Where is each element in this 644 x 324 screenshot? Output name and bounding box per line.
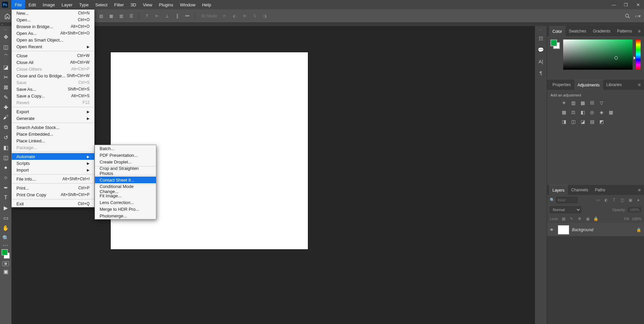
opacity-value[interactable]: 100% <box>628 207 641 212</box>
crop-tool[interactable]: ✂ <box>1 72 10 82</box>
hue-slider[interactable] <box>636 40 641 70</box>
hue-slider-thumb[interactable] <box>634 56 636 60</box>
search-icon[interactable] <box>624 12 631 20</box>
file-menu-item[interactable]: Automate▶ <box>12 153 94 160</box>
menu-image[interactable]: Image <box>39 0 58 9</box>
menu-filter[interactable]: Filter <box>111 0 127 9</box>
file-menu-item[interactable]: ExitCtrl+Q <box>12 200 94 207</box>
type-tool[interactable]: T <box>1 193 10 202</box>
threshold-icon[interactable]: ◪ <box>579 119 586 125</box>
file-menu-item[interactable]: Open Recent▶ <box>12 43 94 50</box>
bw-icon[interactable]: ◧ <box>579 109 586 115</box>
menu-view[interactable]: View <box>140 0 156 9</box>
healing-tool[interactable]: ✚ <box>1 103 10 112</box>
lock-artboard-icon[interactable]: ▣ <box>585 216 591 222</box>
properties-tab[interactable]: Adjustments <box>574 80 603 90</box>
gradient-map-icon[interactable]: ▤ <box>589 119 595 125</box>
color-lookup-icon[interactable]: ▦ <box>607 109 614 115</box>
hand-tool[interactable]: ✋ <box>1 223 10 233</box>
hue-sat-icon[interactable]: ▦ <box>560 109 567 115</box>
file-menu-item[interactable]: Open As...Alt+Shift+Ctrl+O <box>12 30 94 37</box>
file-menu-item[interactable]: Search Adobe Stock... <box>12 124 94 131</box>
menu-help[interactable]: Help <box>199 0 215 9</box>
lasso-tool[interactable]: ⌒ <box>1 52 10 62</box>
brush-tool[interactable]: 🖌 <box>1 113 10 122</box>
workspace-switcher-icon[interactable]: ▭▾ <box>634 12 641 20</box>
character-panel-icon[interactable]: A| <box>537 57 545 65</box>
align-justify-icon[interactable]: ☰ <box>127 12 135 20</box>
zoom-tool[interactable]: 🔍 <box>1 233 10 243</box>
color-tab[interactable]: Color <box>549 26 566 36</box>
file-menu-item[interactable]: Generate▶ <box>12 115 94 122</box>
brightness-icon[interactable]: ☀ <box>560 100 567 106</box>
marquee-tool[interactable]: ◫ <box>1 42 10 52</box>
color-field[interactable] <box>563 40 633 70</box>
distribute-icon[interactable]: ║ <box>173 12 181 20</box>
automate-menu-item[interactable]: Merge to HDR Pro... <box>95 206 156 212</box>
automate-menu-item[interactable]: Batch... <box>95 145 156 152</box>
color-tab[interactable]: Swatches <box>566 26 590 36</box>
file-menu-item[interactable]: Place Linked... <box>12 137 94 144</box>
layer-thumbnail[interactable] <box>558 225 569 235</box>
rectangle-tool[interactable]: ▭ <box>1 213 10 222</box>
exposure-icon[interactable]: ☒ <box>589 100 595 106</box>
automate-menu-item[interactable]: PDF Presentation... <box>95 152 156 158</box>
align-middle-icon[interactable]: ⊢ <box>153 12 161 20</box>
color-panel-swatches[interactable] <box>550 40 560 49</box>
path-select-tool[interactable]: ▶ <box>1 203 10 212</box>
align-left-icon[interactable]: ▤ <box>97 12 105 20</box>
automate-menu-item[interactable]: Create Droplet... <box>95 158 156 165</box>
automate-menu-item[interactable]: Conditional Mode Change... <box>95 186 156 192</box>
history-panel-icon[interactable]: ☷ <box>537 35 545 43</box>
frame-tool[interactable]: ⊠ <box>1 82 10 92</box>
window-maximize-button[interactable]: ❐ <box>620 0 632 9</box>
panel-menu-icon[interactable]: ≡ <box>637 187 642 193</box>
automate-menu-item[interactable]: Photomerge... <box>95 212 156 219</box>
file-menu-item[interactable]: Scripts▶ <box>12 160 94 167</box>
channel-mixer-icon[interactable]: ◈ <box>598 109 605 115</box>
filter-image-icon[interactable]: ▭ <box>595 197 601 203</box>
invert-icon[interactable]: ◨ <box>560 119 567 125</box>
align-bottom-icon[interactable]: ⊥ <box>163 12 171 20</box>
levels-icon[interactable]: ▥ <box>570 100 577 106</box>
fill-value[interactable]: 100% <box>632 217 641 221</box>
dodge-tool[interactable]: ○ <box>1 173 10 182</box>
toolbox-handle[interactable]: ›› <box>1 27 10 31</box>
file-menu-item[interactable]: Close AllAlt+Ctrl+W <box>12 59 94 66</box>
more-icon[interactable]: ••• <box>183 12 191 20</box>
automate-menu-item[interactable]: Lens Correction... <box>95 199 156 206</box>
filter-toggle-icon[interactable]: ● <box>635 197 641 203</box>
layers-tab[interactable]: Channels <box>568 185 592 195</box>
foreground-color-swatch[interactable] <box>2 249 8 255</box>
file-menu-item[interactable]: New...Ctrl+N <box>12 10 94 16</box>
file-menu-item[interactable]: Export▶ <box>12 108 94 115</box>
filter-adjust-icon[interactable]: ◐ <box>603 197 609 203</box>
stamp-tool[interactable]: ⧉ <box>1 123 10 132</box>
properties-tab[interactable]: Properties <box>549 80 574 90</box>
file-menu-item[interactable]: Import▶ <box>12 167 94 173</box>
menu-edit[interactable]: Edit <box>25 0 39 9</box>
window-minimize-button[interactable]: — <box>608 0 620 9</box>
panel-strip-handle[interactable]: ‹‹ <box>540 29 542 31</box>
layer-filter-input[interactable] <box>556 197 578 203</box>
window-close-button[interactable]: ✕ <box>632 0 644 9</box>
file-menu-item[interactable]: Print...Ctrl+P <box>12 185 94 191</box>
home-icon[interactable] <box>3 11 12 21</box>
file-menu-item[interactable]: File Info...Alt+Shift+Ctrl+I <box>12 176 94 182</box>
eraser-tool[interactable]: ◧ <box>1 143 10 152</box>
file-menu-item[interactable]: Open as Smart Object... <box>12 37 94 43</box>
menu-select[interactable]: Select <box>92 0 111 9</box>
vibrance-icon[interactable]: ▽ <box>598 100 605 106</box>
lock-pixels-icon[interactable]: ▦ <box>560 216 567 222</box>
file-menu-item[interactable]: Save As...Shift+Ctrl+S <box>12 86 94 92</box>
properties-tab[interactable]: Libraries <box>603 80 625 90</box>
filter-type-icon[interactable]: T <box>611 197 617 203</box>
lock-position-icon[interactable]: ✥ <box>577 216 583 222</box>
color-tab[interactable]: Patterns <box>614 26 636 36</box>
selective-color-icon[interactable]: ◩ <box>598 119 605 125</box>
photo-filter-icon[interactable]: ◎ <box>589 109 595 115</box>
panel-menu-icon[interactable]: ≡ <box>637 28 642 34</box>
layer-row[interactable]: 👁 Background 🔒 <box>547 223 644 237</box>
pen-tool[interactable]: ✒ <box>1 183 10 192</box>
curves-icon[interactable]: ▩ <box>579 100 586 106</box>
